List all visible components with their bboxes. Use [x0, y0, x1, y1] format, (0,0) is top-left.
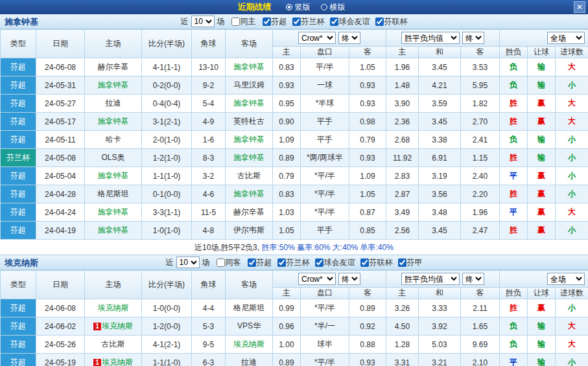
league-tag: 芬超: [1, 317, 36, 335]
league-filter-checkbox[interactable]: 芬兰杯: [288, 16, 325, 27]
result-cell: 胜: [500, 113, 528, 131]
date-cell: 24-05-11: [36, 131, 85, 149]
home-team-cell: 格尼斯坦: [85, 185, 142, 203]
checkbox[interactable]: [375, 17, 384, 26]
league-filter-label: 芬超: [257, 257, 272, 268]
corner-cell: 13-10: [192, 58, 226, 76]
match-count-select[interactable]: 10: [191, 16, 215, 27]
odds-company-select[interactable]: Crow*: [298, 273, 336, 285]
away-team-name: 古比斯: [237, 171, 261, 180]
checkbox[interactable]: [217, 258, 225, 267]
col-header-home: 主场: [85, 30, 142, 58]
match-count-select[interactable]: 10: [176, 257, 200, 268]
avg-draw-cell: 5.03: [419, 336, 461, 354]
radio-icon[interactable]: [286, 4, 292, 10]
league-filter-checkbox[interactable]: 芬联杯: [371, 16, 408, 27]
handicap-cell: *半球: [301, 95, 349, 113]
league-type-cell: 芬超: [1, 76, 36, 95]
handicap-result-cell: 输: [528, 336, 556, 354]
score-cell: 3-1(2-1): [142, 113, 192, 131]
date-cell: 24-04-19: [36, 222, 85, 240]
league-filter-label: 芬兰杯: [287, 257, 310, 268]
avg-draw-cell: 3.45: [419, 58, 461, 76]
scope-select[interactable]: 全场: [547, 273, 585, 285]
home-odds-cell: 0.95: [273, 95, 301, 113]
home-odds-cell: 1.05: [273, 222, 301, 240]
score-cell: 0-1(0-0): [142, 185, 192, 203]
layout-radio-horizontal[interactable]: 横版: [321, 2, 346, 13]
avg-group-header: 胜平负均值 终: [386, 271, 500, 288]
games-label: 场: [217, 16, 225, 27]
home-team-name: 施拿钟基: [98, 80, 129, 89]
away-team-cell: 施拿钟基: [226, 185, 273, 203]
goals-cell: 小: [556, 131, 588, 149]
away-team-cell: 埃克纳斯: [226, 336, 273, 354]
checkbox[interactable]: [315, 258, 323, 267]
layout-radio-horizontal-label: 横版: [330, 2, 346, 13]
radio-icon[interactable]: [321, 4, 327, 10]
league-type-cell: 芬超: [1, 167, 36, 185]
avg-away-cell: 1.96: [461, 203, 500, 222]
away-odds-cell: 0.98: [349, 113, 386, 131]
checkbox[interactable]: [398, 258, 406, 267]
result-cell: 负: [500, 131, 528, 149]
league-filter-checkbox[interactable]: 芬联杯: [357, 257, 393, 268]
table-row: 芬兰杯 24-05-08 OLS奥 1-2(1-0) 8-3 施拿钟基 0.89…: [1, 149, 588, 167]
home-team-cell: 古比斯: [85, 336, 142, 354]
result-cell: 胜: [500, 222, 528, 240]
league-type-cell: 芬超: [1, 336, 36, 354]
league-filter-checkbox[interactable]: 芬甲: [394, 257, 423, 268]
checkbox[interactable]: [360, 258, 369, 267]
league-filter-checkbox[interactable]: 芬超: [244, 257, 272, 268]
avg-final-select[interactable]: 终: [462, 32, 484, 44]
odds-company-select[interactable]: Crow*: [298, 32, 336, 44]
result-cell: 胜: [500, 299, 528, 317]
avg-final-select[interactable]: 终: [462, 273, 484, 285]
odds-final-select[interactable]: 终: [338, 32, 360, 44]
avg-home-cell: 4.50: [386, 317, 419, 336]
handicap-cell: 平手: [301, 222, 349, 240]
away-team-cell: 施拿钟基: [226, 131, 273, 149]
league-filter-checkbox[interactable]: 球会友谊: [311, 257, 355, 268]
col-header-odds-home: 主: [273, 288, 301, 299]
same-venue-checkbox[interactable]: 同主: [228, 16, 256, 27]
same-venue-checkbox[interactable]: 同客: [213, 257, 241, 268]
league-tag: 芬超: [1, 131, 36, 148]
away-team-name: VPS华: [237, 321, 261, 330]
checkbox[interactable]: [292, 17, 301, 26]
league-filter-checkbox[interactable]: 球会友谊: [326, 16, 370, 27]
league-filter-checkbox[interactable]: 芬超: [259, 16, 287, 27]
col-header-goals: 进球数: [556, 47, 588, 58]
league-tag: 芬超: [1, 113, 36, 130]
result-cell: 平: [500, 167, 528, 185]
filter-bar: 近 10 场 同主 芬超 芬兰杯 球会友谊 芬联杯: [181, 16, 408, 27]
scope-select[interactable]: 全场: [547, 32, 585, 44]
avg-select[interactable]: 胜平负均值: [401, 273, 460, 285]
scope-group-header: 全场: [500, 271, 588, 288]
goals-cell: 小: [556, 299, 588, 317]
table-row: 芬超 24-06-08 埃克纳斯 1-0(0-0) 4-4 格尼斯坦 0.99 …: [1, 299, 588, 317]
checkbox[interactable]: [330, 17, 338, 26]
checkbox[interactable]: [248, 258, 256, 267]
goals-cell: 小: [556, 149, 588, 167]
corner-cell: 3-2: [192, 167, 226, 185]
checkbox[interactable]: [263, 17, 271, 26]
home-team-cell: OLS奥: [85, 149, 142, 167]
home-team-name: 格尼斯坦: [98, 189, 129, 198]
odds-final-select[interactable]: 终: [338, 273, 360, 285]
avg-select[interactable]: 胜平负均值: [401, 32, 460, 44]
col-header-date: 日期: [36, 271, 85, 299]
handicap-result-cell: 输: [528, 58, 556, 76]
avg-draw-cell: 3.48: [419, 203, 461, 222]
team-name: 埃克纳斯: [5, 255, 38, 270]
checkbox[interactable]: [277, 258, 286, 267]
close-button[interactable]: ✕: [574, 1, 585, 13]
league-tag: 芬超: [1, 76, 36, 94]
handicap-result-cell: 赢: [528, 222, 556, 240]
league-type-cell: 芬超: [1, 222, 36, 240]
checkbox[interactable]: [231, 17, 240, 26]
layout-radio-vertical[interactable]: 竖版: [286, 2, 311, 13]
league-filter-checkbox[interactable]: 芬兰杯: [274, 257, 310, 268]
home-team-cell: 1埃克纳斯: [85, 354, 142, 366]
league-tag: 芬超: [1, 58, 36, 76]
